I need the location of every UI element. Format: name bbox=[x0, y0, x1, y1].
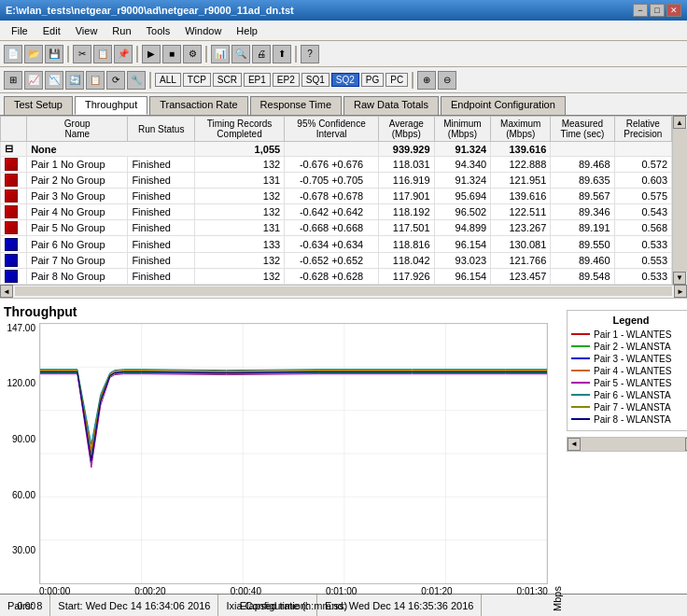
copy-icon[interactable]: 📋 bbox=[93, 45, 112, 63]
legend-scroll-left[interactable]: ◄ bbox=[568, 438, 581, 451]
legend-label-2: Pair 2 - WLANSTA bbox=[594, 342, 671, 352]
menu-run[interactable]: Run bbox=[105, 23, 138, 38]
row6-status: Finished bbox=[128, 236, 195, 252]
tb2-icon-4[interactable]: 🔄 bbox=[65, 71, 84, 90]
label-pc[interactable]: PC bbox=[386, 73, 408, 87]
print-icon[interactable]: 🖨 bbox=[252, 45, 271, 63]
save-icon[interactable]: 💾 bbox=[45, 45, 63, 63]
legend-item-1: Pair 1 - WLANTES bbox=[571, 329, 687, 340]
tab-endpoint-configuration[interactable]: Endpoint Configuration bbox=[441, 96, 566, 115]
legend-label-7: Pair 7 - WLANSTA bbox=[594, 402, 671, 413]
label-ep1[interactable]: EP1 bbox=[244, 73, 271, 87]
row6-min: 96.154 bbox=[434, 236, 491, 252]
legend-line-5 bbox=[571, 382, 590, 384]
label-sq1[interactable]: SQ1 bbox=[301, 73, 329, 87]
x-label-0: 0:00:00 bbox=[39, 586, 70, 596]
tb2-icon-9[interactable]: ⊖ bbox=[438, 71, 456, 90]
row8-status: Finished bbox=[128, 268, 195, 284]
hscroll-thumb[interactable] bbox=[15, 287, 672, 296]
scroll-track[interactable] bbox=[673, 129, 687, 272]
label-scr[interactable]: SCR bbox=[213, 73, 242, 87]
paste-icon[interactable]: 📌 bbox=[114, 45, 133, 63]
row6-records: 133 bbox=[194, 236, 284, 252]
minimize-button[interactable]: − bbox=[633, 4, 648, 17]
chart-icon[interactable]: 📊 bbox=[211, 45, 230, 63]
tb2-icon-7[interactable]: 🔧 bbox=[127, 71, 146, 90]
none-expand[interactable]: ⊟ bbox=[1, 142, 27, 157]
legend-line-6 bbox=[571, 394, 590, 396]
table-vscrollbar[interactable]: ▲ ▼ bbox=[672, 116, 687, 285]
table-hscrollbar[interactable]: ◄ ► bbox=[0, 286, 687, 299]
row6-max: 130.081 bbox=[491, 236, 551, 252]
menu-view[interactable]: View bbox=[68, 23, 105, 38]
table-row: Pair 8 No Group Finished 132 -0.628 +0.6… bbox=[1, 268, 672, 284]
none-records: 1,055 bbox=[194, 142, 284, 157]
legend-scroll-track[interactable] bbox=[581, 438, 685, 451]
data-table: GroupName Run Status Timing RecordsCompl… bbox=[0, 116, 672, 285]
zoom-icon[interactable]: 🔍 bbox=[231, 45, 250, 63]
y-label-90: 90.00 bbox=[12, 434, 35, 444]
col-rp: RelativePrecision bbox=[614, 117, 671, 142]
col-average: Average(Mbps) bbox=[378, 117, 434, 142]
separator-5 bbox=[149, 72, 151, 89]
menu-help[interactable]: Help bbox=[229, 23, 265, 38]
hscroll-left-btn[interactable]: ◄ bbox=[0, 285, 13, 298]
legend-item-5: Pair 5 - WLANTES bbox=[571, 378, 687, 388]
row4-mtime: 89.346 bbox=[551, 204, 614, 220]
chart-with-yaxis: 147.00 120.00 90.00 60.00 30.00 0.00 bbox=[4, 323, 563, 611]
open-icon[interactable]: 📂 bbox=[24, 45, 43, 63]
export-icon[interactable]: ⬆ bbox=[273, 45, 291, 63]
hscroll-right-btn[interactable]: ► bbox=[674, 285, 687, 298]
maximize-button[interactable]: □ bbox=[650, 4, 665, 17]
x-label-100: 0:01:00 bbox=[326, 586, 357, 596]
menu-file[interactable]: File bbox=[4, 23, 35, 38]
row4-pair: Pair 4 No Group bbox=[27, 204, 128, 220]
row4-rp: 0.543 bbox=[614, 204, 671, 220]
menu-tools[interactable]: Tools bbox=[139, 23, 178, 38]
label-tcp[interactable]: TCP bbox=[183, 73, 211, 87]
tab-throughput[interactable]: Throughput bbox=[75, 96, 147, 115]
label-all[interactable]: ALL bbox=[155, 73, 181, 87]
scroll-down-btn[interactable]: ▼ bbox=[673, 272, 686, 285]
tb2-icon-1[interactable]: ⊞ bbox=[4, 71, 22, 90]
legend-label-5: Pair 5 - WLANTES bbox=[594, 378, 671, 388]
new-icon[interactable]: 📄 bbox=[4, 45, 22, 63]
legend-hscrollbar[interactable]: ◄ ► bbox=[567, 437, 687, 452]
tb2-icon-2[interactable]: 📈 bbox=[24, 71, 43, 90]
row8-max: 123.457 bbox=[491, 268, 551, 284]
tb2-icon-5[interactable]: 📋 bbox=[86, 71, 105, 90]
table-row: Pair 7 No Group Finished 132 -0.652 +0.6… bbox=[1, 252, 672, 268]
separator-1 bbox=[67, 46, 69, 63]
scroll-up-btn[interactable]: ▲ bbox=[673, 116, 686, 129]
menu-edit[interactable]: Edit bbox=[35, 23, 68, 38]
row5-mtime: 89.191 bbox=[551, 220, 614, 236]
help-icon[interactable]: ? bbox=[301, 45, 319, 63]
tab-test-setup[interactable]: Test Setup bbox=[4, 96, 73, 115]
tb2-icon-3[interactable]: 📉 bbox=[45, 71, 63, 90]
cut-icon[interactable]: ✂ bbox=[73, 45, 91, 63]
legend-line-7 bbox=[571, 406, 590, 408]
label-ep2[interactable]: EP2 bbox=[273, 73, 300, 87]
run-icon[interactable]: ▶ bbox=[142, 45, 161, 63]
tb2-icon-6[interactable]: ⟳ bbox=[106, 71, 125, 90]
label-sq2[interactable]: SQ2 bbox=[331, 73, 359, 87]
table-scroll[interactable]: GroupName Run Status Timing RecordsCompl… bbox=[0, 116, 672, 285]
col-maximum: Maximum(Mbps) bbox=[491, 117, 551, 142]
close-button[interactable]: ✕ bbox=[666, 4, 681, 17]
settings-icon[interactable]: ⚙ bbox=[183, 45, 202, 63]
menu-window[interactable]: Window bbox=[177, 23, 229, 38]
tab-transaction-rate[interactable]: Transaction Rate bbox=[149, 96, 247, 115]
chart-line-pair1 bbox=[40, 371, 547, 453]
row4-records: 132 bbox=[194, 204, 284, 220]
legend-line-3 bbox=[571, 357, 590, 359]
row7-min: 93.023 bbox=[434, 252, 491, 268]
tb2-icon-8[interactable]: ⊕ bbox=[417, 71, 436, 90]
label-pg[interactable]: PG bbox=[361, 73, 384, 87]
tab-response-time[interactable]: Response Time bbox=[250, 96, 342, 115]
stop-icon[interactable]: ■ bbox=[162, 45, 181, 63]
row2-pair: Pair 2 No Group bbox=[27, 173, 128, 189]
tab-bar: Test Setup Throughput Transaction Rate R… bbox=[0, 93, 687, 116]
row5-icon-cell bbox=[1, 220, 27, 236]
row4-icon bbox=[5, 205, 18, 218]
tab-raw-data-totals[interactable]: Raw Data Totals bbox=[344, 96, 439, 115]
